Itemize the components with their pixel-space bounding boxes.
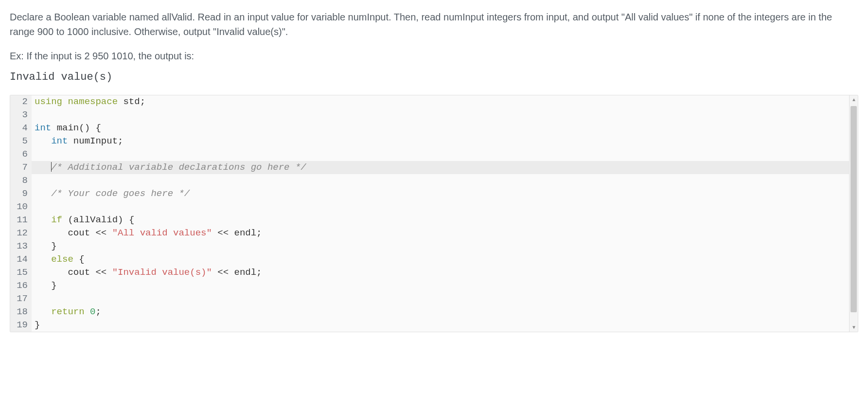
code-token: "All valid values": [112, 228, 212, 238]
code-line[interactable]: if (allValid) {: [32, 214, 858, 227]
code-line[interactable]: }: [32, 319, 858, 332]
code-line[interactable]: [32, 292, 858, 305]
line-number: 15: [14, 266, 28, 279]
code-line[interactable]: cout << "All valid values" << endl;: [32, 227, 858, 240]
line-number: 10: [14, 200, 28, 214]
code-token: [35, 306, 51, 317]
line-number: 2: [14, 95, 28, 108]
code-token: ;: [140, 96, 145, 107]
code-token: [35, 215, 51, 225]
code-token: ;: [256, 267, 262, 278]
line-number: 8: [14, 174, 28, 187]
code-token: {: [129, 215, 134, 225]
code-token: [35, 267, 68, 278]
code-token: ;: [256, 228, 262, 238]
example-output: Invalid value(s): [10, 71, 858, 83]
code-token: {: [95, 123, 101, 133]
code-line[interactable]: /* Additional variable declarations go h…: [32, 161, 858, 174]
scroll-down-icon[interactable]: ▼: [850, 323, 858, 332]
code-token: allValid: [73, 215, 118, 225]
code-token: int: [51, 136, 68, 146]
line-number: 3: [14, 108, 28, 122]
code-token: endl: [234, 267, 256, 278]
code-line[interactable]: [32, 174, 858, 187]
code-token: (): [79, 123, 90, 133]
code-token: [35, 188, 51, 199]
code-line[interactable]: cout << "Invalid value(s)" << endl;: [32, 266, 858, 279]
code-token: (: [68, 215, 73, 225]
code-token: <<: [212, 267, 234, 278]
code-token: else: [51, 254, 73, 265]
line-number: 5: [14, 135, 28, 148]
example-label: Ex: If the input is 2 950 1010, the outp…: [10, 49, 858, 63]
code-token: int: [35, 123, 51, 133]
line-number: 16: [14, 279, 28, 292]
code-token: [90, 123, 95, 133]
code-line[interactable]: return 0;: [32, 305, 858, 319]
code-token: cout: [68, 267, 90, 278]
code-line[interactable]: [32, 200, 858, 214]
code-editor[interactable]: 2345678910111213141516171819 using names…: [10, 95, 858, 332]
code-token: ;: [118, 136, 123, 146]
code-token: }: [51, 241, 56, 251]
line-number: 7: [14, 161, 28, 174]
code-token: ): [118, 215, 123, 225]
code-token: using: [35, 96, 62, 107]
scroll-thumb[interactable]: [850, 106, 857, 312]
code-token: [35, 241, 51, 251]
line-number: 17: [14, 292, 28, 305]
code-line[interactable]: }: [32, 279, 858, 292]
line-number: 12: [14, 227, 28, 240]
code-token: [68, 136, 73, 146]
code-token: std: [123, 96, 140, 107]
code-line[interactable]: [32, 148, 858, 161]
code-token: return: [51, 306, 84, 317]
code-token: }: [51, 280, 56, 291]
code-token: }: [35, 320, 40, 330]
code-token: <<: [90, 228, 112, 238]
code-token: <<: [212, 228, 234, 238]
code-line[interactable]: else {: [32, 253, 858, 266]
code-gutter: 2345678910111213141516171819: [10, 95, 32, 332]
line-number: 14: [14, 253, 28, 266]
code-token: /* Additional variable declarations go h…: [51, 162, 306, 173]
code-line[interactable]: }: [32, 240, 858, 253]
code-line[interactable]: /* Your code goes here */: [32, 187, 858, 200]
code-line[interactable]: int main() {: [32, 122, 858, 135]
line-number: 19: [14, 319, 28, 332]
code-line[interactable]: [32, 108, 858, 122]
line-number: 9: [14, 187, 28, 200]
code-token: [62, 96, 68, 107]
code-token: [35, 254, 51, 265]
text-cursor: [51, 162, 52, 172]
code-token: [118, 96, 123, 107]
code-token: /* Your code goes here */: [51, 188, 190, 199]
vertical-scrollbar[interactable]: ▲ ▼: [849, 95, 858, 332]
problem-statement: Declare a Boolean variable named allVali…: [10, 10, 858, 39]
code-token: [73, 254, 79, 265]
code-token: if: [51, 215, 62, 225]
line-number: 18: [14, 305, 28, 319]
code-token: [35, 162, 51, 173]
code-token: 0: [90, 306, 95, 317]
line-number: 4: [14, 122, 28, 135]
code-token: namespace: [68, 96, 118, 107]
code-token: [35, 136, 51, 146]
code-token: endl: [234, 228, 256, 238]
code-token: [51, 123, 56, 133]
code-line[interactable]: using namespace std;: [32, 95, 858, 108]
code-content[interactable]: using namespace std;int main() { int num…: [32, 95, 858, 332]
line-number: 13: [14, 240, 28, 253]
code-line[interactable]: int numInput;: [32, 135, 858, 148]
code-token: [123, 215, 128, 225]
code-token: main: [57, 123, 79, 133]
code-token: "Invalid value(s)": [112, 267, 212, 278]
code-token: numInput: [73, 136, 118, 146]
code-token: [85, 306, 90, 317]
code-token: [35, 280, 51, 291]
code-token: {: [79, 254, 84, 265]
code-token: [35, 228, 68, 238]
code-token: ;: [95, 306, 101, 317]
line-number: 6: [14, 148, 28, 161]
scroll-up-icon[interactable]: ▲: [850, 95, 858, 104]
